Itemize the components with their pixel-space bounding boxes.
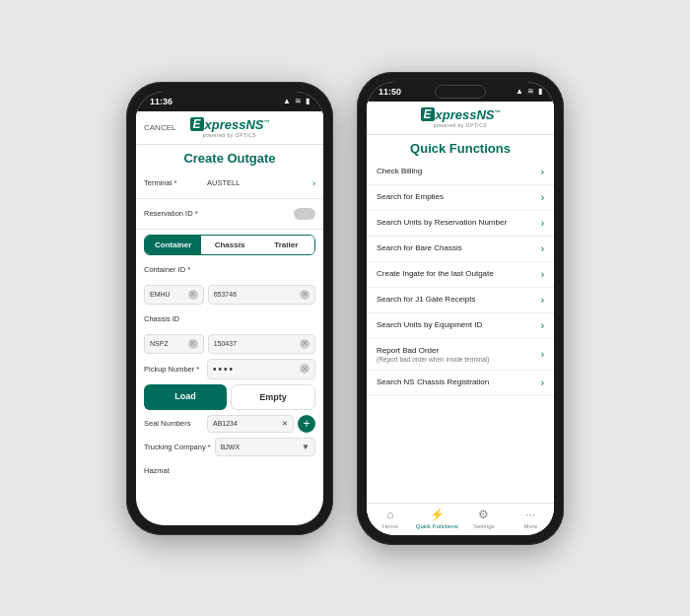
battery-icon-2: ▮ <box>538 87 542 96</box>
clear-seal-icon[interactable]: ✕ <box>282 420 288 428</box>
phone-1-screen: 11:36 ▲ ≋ ▮ CANCEL E xpressNS™ powered b… <box>136 92 323 525</box>
clear-pickup-icon[interactable]: ✕ <box>300 364 310 374</box>
trucking-row: Trucking Company * BJWX ▼ <box>144 438 315 456</box>
phone-2-screen: 11:50 ▲ ≋ ▮ E xpressNS™ powered by OPTIC… <box>367 82 554 535</box>
pickup-row: Pickup Number * •••• ✕ <box>144 359 315 379</box>
chassis-id-label: Chassis ID <box>144 314 203 323</box>
logo-text-2: xpressNS™ <box>436 107 501 122</box>
phone-1: 11:36 ▲ ≋ ▮ CANCEL E xpressNS™ powered b… <box>126 82 333 535</box>
container-id-row: Container ID * <box>144 260 315 280</box>
hazmat-label: Hazmat <box>144 466 170 475</box>
clear-chassis-prefix-icon[interactable]: ✕ <box>188 339 198 349</box>
pickup-input[interactable]: •••• ✕ <box>207 359 315 379</box>
load-empty-buttons: Load Empty <box>144 384 315 410</box>
quick-item-search-bare-chassis[interactable]: Search for Bare Chassis › <box>367 237 554 262</box>
chassis-number-input[interactable]: 150437 ✕ <box>208 334 315 354</box>
phone-2-header: E xpressNS™ powered by OPTICS <box>367 102 554 135</box>
quick-item-search-units-equipment[interactable]: Search Units by Equipment ID › <box>367 313 554 339</box>
signal-icon-2: ▲ <box>516 87 523 96</box>
phone-1-status-icons: ▲ ≋ ▮ <box>283 97 310 105</box>
phone-1-status-bar: 11:36 ▲ ≋ ▮ <box>136 92 323 111</box>
cancel-button[interactable]: CANCEL <box>144 123 175 132</box>
logo: E xpressNS™ powered by OPTICS <box>190 117 270 138</box>
report-bad-order-label: Report Bad Order <box>377 346 490 356</box>
logo-sub: powered by OPTICS <box>203 132 256 138</box>
search-j1-chevron-icon: › <box>541 295 544 306</box>
chassis-prefix-input[interactable]: NSPZ ✕ <box>144 334 204 354</box>
nav-home[interactable]: ⌂ Home <box>367 508 414 529</box>
terminal-chevron-icon[interactable]: › <box>312 178 315 188</box>
report-bad-order-sublabel: (Report bad order when inside terminal) <box>377 356 490 363</box>
segment-container[interactable]: Container <box>145 236 201 254</box>
search-units-equipment-chevron-icon: › <box>541 320 544 331</box>
terminal-row: Terminal * AUSTELL › <box>144 173 315 193</box>
quick-item-search-ns-chassis[interactable]: Search NS Chassis Registration › <box>367 371 554 396</box>
search-bare-chassis-label: Search for Bare Chassis <box>377 243 462 253</box>
terminal-label: Terminal * <box>144 178 203 187</box>
quick-item-search-empties[interactable]: Search for Empties › <box>367 185 554 211</box>
clear-chassis-number-icon[interactable]: ✕ <box>300 339 310 349</box>
load-button[interactable]: Load <box>144 384 227 410</box>
phone-1-header: CANCEL E xpressNS™ powered by OPTICS <box>136 111 323 145</box>
divider-2 <box>136 229 323 230</box>
more-icon: ··· <box>525 508 535 521</box>
nav-more[interactable]: ··· More <box>508 508 555 529</box>
add-seal-button[interactable]: + <box>298 415 315 433</box>
nav-settings[interactable]: ⚙ Settings <box>460 508 508 529</box>
trucking-input[interactable]: BJWX ▼ <box>215 438 315 456</box>
terminal-value: AUSTELL <box>207 178 240 187</box>
logo-sub-2: powered by OPTICS <box>434 122 487 128</box>
type-segment-control[interactable]: Container Chassis Trailer <box>144 235 315 255</box>
phone-2-time: 11:50 <box>379 87 401 97</box>
nav-settings-label: Settings <box>473 523 495 529</box>
segment-trailer[interactable]: Trailer <box>258 236 314 254</box>
logo-2: E xpressNS™ powered by OPTICS <box>421 107 501 128</box>
seal-row: Seal Numbers AB1234 ✕ + <box>144 415 315 433</box>
container-id-inputs: EMHU ✕ 653746 ✕ <box>144 285 315 305</box>
quick-item-search-j1[interactable]: Search for J1 Gate Receipts › <box>367 288 554 313</box>
phone-2-status-icons: ▲ ≋ ▮ <box>516 87 542 96</box>
settings-icon: ⚙ <box>478 508 489 521</box>
reservation-toggle[interactable] <box>294 208 315 220</box>
home-icon: ⌂ <box>386 508 393 521</box>
battery-icon: ▮ <box>306 97 310 105</box>
quick-item-create-ingate[interactable]: Create Ingate for the last Outgate › <box>367 262 554 288</box>
container-number-input[interactable]: 653746 ✕ <box>208 285 315 305</box>
page-title-quick: Quick Functions <box>367 135 554 160</box>
phone-2: 11:50 ▲ ≋ ▮ E xpressNS™ powered by OPTIC… <box>357 72 564 545</box>
quick-item-report-bad-order[interactable]: Report Bad Order (Report bad order when … <box>367 339 554 371</box>
container-id-label: Container ID * <box>144 265 203 274</box>
container-prefix-input[interactable]: EMHU ✕ <box>144 285 204 305</box>
search-ns-chassis-label: Search NS Chassis Registration <box>377 377 489 387</box>
quick-item-check-billing[interactable]: Check Billing › <box>367 160 554 185</box>
quick-item-search-units-reservation[interactable]: Search Units by Reservation Number › <box>367 211 554 237</box>
chassis-id-inputs: NSPZ ✕ 150437 ✕ <box>144 334 315 354</box>
nav-home-label: Home <box>382 523 398 529</box>
search-empties-label: Search for Empties <box>377 192 444 202</box>
signal-icon: ▲ <box>283 97 291 105</box>
dynamic-island <box>435 85 486 99</box>
quick-functions-list: Check Billing › Search for Empties › Sea… <box>367 160 554 503</box>
clear-number-icon[interactable]: ✕ <box>300 290 310 300</box>
wifi-icon: ≋ <box>295 97 302 105</box>
nav-quick-functions[interactable]: ⚡ Quick Functions <box>414 508 461 529</box>
search-empties-chevron-icon: › <box>541 192 544 203</box>
reservation-row: Reservation ID * <box>144 204 315 224</box>
nav-more-label: More <box>523 523 537 529</box>
create-ingate-label: Create Ingate for the last Outgate <box>377 269 494 279</box>
page-title-outgate: Create Outgate <box>136 145 323 170</box>
segment-chassis[interactable]: Chassis <box>201 236 257 254</box>
bottom-nav: ⌂ Home ⚡ Quick Functions ⚙ Settings ··· … <box>367 503 554 535</box>
quick-functions-icon: ⚡ <box>430 508 445 521</box>
logo-e: E <box>190 117 204 131</box>
screen-content-outgate: Terminal * AUSTELL › Reservation ID * Co… <box>136 170 323 525</box>
phones-container: 11:36 ▲ ≋ ▮ CANCEL E xpressNS™ powered b… <box>126 72 564 545</box>
empty-button[interactable]: Empty <box>231 384 315 410</box>
reservation-label: Reservation ID * <box>144 209 203 218</box>
search-ns-chassis-chevron-icon: › <box>541 377 544 388</box>
seal-input[interactable]: AB1234 ✕ <box>207 415 294 433</box>
chassis-id-row: Chassis ID <box>144 309 315 329</box>
wifi-icon-2: ≋ <box>527 87 534 96</box>
search-units-reservation-chevron-icon: › <box>541 218 544 229</box>
clear-prefix-icon[interactable]: ✕ <box>188 290 198 300</box>
